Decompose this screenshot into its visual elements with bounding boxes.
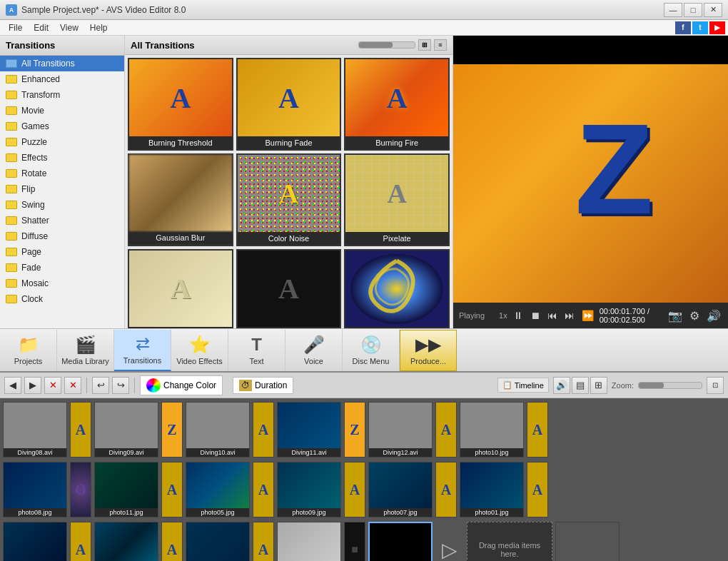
- track-item[interactable]: A: [253, 522, 274, 561]
- audio-button[interactable]: 🔊: [553, 377, 570, 394]
- sidebar-item-transform[interactable]: Transform: [0, 87, 124, 103]
- transition-twirl-clockwise[interactable]: Twirl Clockwise: [344, 249, 450, 329]
- transition-pixelate[interactable]: A Pixelate: [344, 153, 450, 246]
- track-item[interactable]: A: [527, 462, 548, 517]
- sidebar-item-movie[interactable]: Movie: [0, 103, 124, 118]
- menu-view[interactable]: View: [54, 21, 84, 34]
- transition-burning-fire[interactable]: Burning Fire: [344, 58, 450, 151]
- menu-file[interactable]: File: [3, 21, 28, 34]
- minimize-button[interactable]: —: [664, 3, 682, 17]
- next-button[interactable]: ⏩: [580, 310, 595, 321]
- toolbar-media-library[interactable]: 🎬 Media Library: [57, 330, 114, 371]
- track-item[interactable]: photo04.jpg: [94, 522, 158, 561]
- track-item[interactable]: Z: [344, 402, 365, 458]
- sidebar-item-flip[interactable]: Flip: [0, 181, 124, 197]
- sidebar-item-enhanced[interactable]: Enhanced: [0, 71, 124, 87]
- sidebar-item-all-transitions[interactable]: All Transitions: [0, 56, 124, 71]
- redo-button[interactable]: ↪: [112, 377, 129, 394]
- transition-burning-threshold[interactable]: Burning Threshold: [128, 58, 233, 151]
- track-item[interactable]: A: [527, 402, 548, 458]
- menu-help[interactable]: Help: [84, 21, 113, 34]
- sidebar-item-effects[interactable]: Effects: [0, 150, 124, 166]
- sidebar-item-fade[interactable]: Fade: [0, 260, 124, 276]
- volume-button[interactable]: 🔊: [705, 309, 722, 323]
- track-button[interactable]: ▤: [572, 377, 589, 394]
- toolbar-text[interactable]: T Text: [228, 330, 285, 371]
- sidebar-item-games[interactable]: Games: [0, 118, 124, 134]
- toolbar-transitions[interactable]: ⇄ Transitions: [114, 330, 171, 371]
- grid-view-button[interactable]: ⊞: [418, 39, 431, 51]
- track-item[interactable]: Diving08.avi: [3, 402, 67, 458]
- toolbar-voice[interactable]: 🎤 Voice: [285, 330, 343, 371]
- maximize-button[interactable]: □: [684, 3, 702, 17]
- prev-frame-button[interactable]: ⏮: [546, 310, 559, 321]
- remove-button[interactable]: ✕: [44, 377, 61, 394]
- track-item[interactable]: O: [70, 462, 91, 517]
- track-item[interactable]: Diving10.avi: [186, 402, 250, 458]
- track-item[interactable]: A: [70, 402, 91, 458]
- zoom-fit-button[interactable]: ⊡: [707, 377, 724, 394]
- facebook-button[interactable]: f: [675, 21, 691, 34]
- track-item[interactable]: photo10.jpg: [460, 402, 524, 458]
- settings-button[interactable]: ⚙: [688, 309, 701, 323]
- list-view-button[interactable]: ≡: [434, 39, 447, 51]
- transition-flash-light[interactable]: Flash Light: [128, 249, 233, 329]
- track-item[interactable]: ■: [344, 522, 365, 561]
- close-button[interactable]: ✕: [704, 3, 722, 17]
- track-item[interactable]: photo03.jpg: [3, 522, 67, 561]
- toolbar-produce[interactable]: ▶▶ Produce...: [400, 330, 457, 371]
- track-item[interactable]: photo09.jpg: [277, 462, 341, 517]
- track-item[interactable]: photo02.jpg: [277, 522, 341, 561]
- transition-burning-fade[interactable]: Burning Fade: [236, 58, 342, 151]
- sidebar-item-diffuse[interactable]: Diffuse: [0, 228, 124, 244]
- transition-color-noise[interactable]: A Color Noise: [236, 153, 342, 246]
- track-item[interactable]: Diving12.avi: [368, 402, 433, 458]
- back-button[interactable]: ◀: [4, 377, 21, 394]
- sidebar-item-rotate[interactable]: Rotate: [0, 166, 124, 181]
- track-item[interactable]: Diving11.avi: [277, 402, 341, 458]
- track-item[interactable]: Z: [161, 402, 183, 458]
- forward-button[interactable]: ▶: [24, 377, 41, 394]
- track-item[interactable]: A: [344, 462, 365, 517]
- transition-gaussian-blur[interactable]: Gaussian Blur: [128, 153, 233, 246]
- track-item[interactable]: photo11.jpg: [94, 462, 158, 517]
- track-item[interactable]: A: [435, 462, 457, 517]
- timeline-toggle-button[interactable]: 📋 Timeline: [497, 378, 549, 393]
- next-frame-button[interactable]: ⏭: [563, 310, 576, 321]
- transition-flash-dark[interactable]: Flash Dark: [236, 249, 342, 329]
- undo-button[interactable]: ↩: [92, 377, 109, 394]
- track-item[interactable]: A: [161, 522, 183, 561]
- track-item[interactable]: photo01.jpg: [460, 462, 524, 517]
- size-slider[interactable]: [358, 41, 415, 49]
- track-item[interactable]: photo07.jpg: [368, 462, 433, 517]
- track-item[interactable]: Diving09.avi: [94, 402, 158, 458]
- sidebar-item-puzzle[interactable]: Puzzle: [0, 134, 124, 150]
- remove-all-button[interactable]: ✕: [64, 377, 81, 394]
- track-item[interactable]: A: [161, 462, 183, 517]
- zoom-slider[interactable]: [638, 382, 702, 389]
- menu-edit[interactable]: Edit: [28, 21, 54, 34]
- snapshot-button[interactable]: 📷: [667, 309, 684, 323]
- track-item[interactable]: photo05.jpg: [186, 462, 250, 517]
- track-item[interactable]: A: [253, 402, 274, 458]
- toolbar-video-effects[interactable]: ⭐ Video Effects: [171, 330, 228, 371]
- track-item[interactable]: A: [70, 522, 91, 561]
- expand-button[interactable]: ⊞: [590, 377, 607, 394]
- black-box-item[interactable]: (0, 0, 0): [368, 522, 433, 561]
- stop-button[interactable]: ⏹: [529, 310, 542, 321]
- toolbar-disc-menu[interactable]: 💿 Disc Menu: [343, 330, 400, 371]
- play-pause-button[interactable]: ⏸: [512, 310, 525, 321]
- sidebar-item-shatter[interactable]: Shatter: [0, 213, 124, 228]
- toolbar-projects[interactable]: 📁 Projects: [0, 330, 57, 371]
- track-item[interactable]: photo08.jpg: [3, 462, 67, 517]
- track-item[interactable]: photo06.jpg: [186, 522, 250, 561]
- change-color-button[interactable]: Change Color: [140, 375, 223, 395]
- duration-button[interactable]: ⏱ Duration: [233, 377, 293, 394]
- track-item[interactable]: A: [253, 462, 274, 517]
- sidebar-item-clock[interactable]: Clock: [0, 291, 124, 307]
- sidebar-item-page[interactable]: Page: [0, 244, 124, 260]
- sidebar-item-mosaic[interactable]: Mosaic: [0, 276, 124, 291]
- twitter-button[interactable]: t: [692, 21, 708, 34]
- track-item[interactable]: A: [435, 402, 457, 458]
- sidebar-item-swing[interactable]: Swing: [0, 197, 124, 213]
